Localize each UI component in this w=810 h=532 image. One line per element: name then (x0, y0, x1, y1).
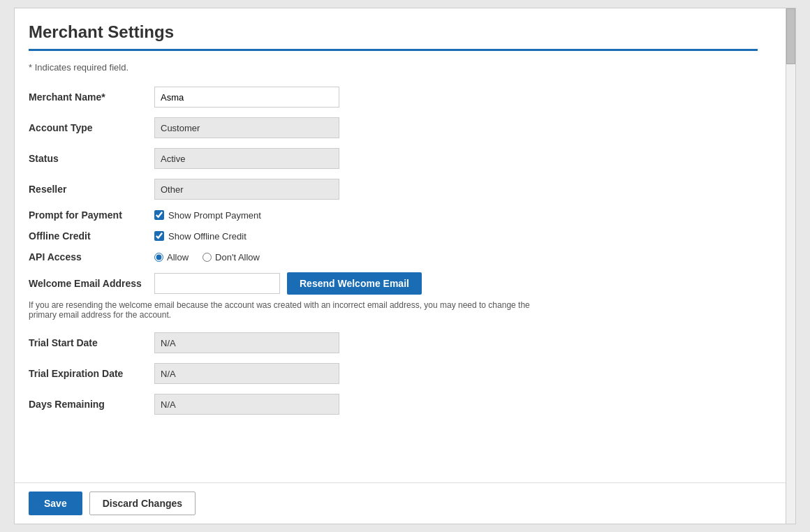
welcome-email-label: Welcome Email Address (29, 278, 154, 289)
status-row: Status Active (29, 148, 758, 169)
account-type-value: Customer (154, 117, 339, 138)
main-window: Merchant Settings * Indicates required f… (14, 8, 796, 524)
merchant-name-label: Merchant Name* (29, 91, 154, 103)
api-allow-option: Allow (154, 252, 189, 263)
reseller-row: Reseller Other (29, 179, 758, 200)
api-access-label: API Access (29, 251, 154, 263)
welcome-email-row: Welcome Email Address Resend Welcome Ema… (29, 272, 758, 295)
api-dont-allow-label: Don't Allow (215, 252, 260, 263)
scrollbar[interactable] (786, 8, 795, 524)
trial-start-label: Trial Start Date (29, 337, 154, 348)
blue-divider (29, 49, 758, 51)
merchant-name-input[interactable] (154, 87, 339, 108)
api-dont-allow-radio[interactable] (202, 253, 212, 262)
trial-expiry-value: N/A (154, 363, 339, 384)
prompt-payment-checkbox[interactable] (154, 210, 164, 220)
api-access-radio-group: Allow Don't Allow (154, 252, 260, 263)
scrollbar-thumb[interactable] (786, 8, 795, 64)
resend-welcome-email-button[interactable]: Resend Welcome Email (287, 272, 422, 295)
offline-credit-checkbox[interactable] (154, 231, 164, 241)
account-type-label: Account Type (29, 122, 154, 133)
required-note: * Indicates required field. (29, 62, 758, 73)
prompt-payment-checkbox-label: Show Prompt Payment (168, 210, 261, 221)
account-type-row: Account Type Customer (29, 117, 758, 138)
prompt-payment-checkbox-container: Show Prompt Payment (154, 210, 261, 221)
discard-changes-button[interactable]: Discard Changes (89, 492, 196, 515)
days-remaining-row: Days Remaining N/A (29, 394, 758, 415)
api-access-row: API Access Allow Don't Allow (29, 251, 758, 263)
footer-buttons: Save Discard Changes (15, 482, 786, 524)
api-allow-radio[interactable] (154, 253, 163, 262)
save-button[interactable]: Save (29, 492, 82, 515)
reseller-value: Other (154, 179, 339, 200)
offline-credit-row: Offline Credit Show Offline Credit (29, 230, 758, 242)
prompt-payment-row: Prompt for Payment Show Prompt Payment (29, 209, 758, 221)
trial-start-row: Trial Start Date N/A (29, 332, 758, 353)
status-value: Active (154, 148, 339, 169)
days-remaining-label: Days Remaining (29, 399, 154, 410)
trial-expiry-row: Trial Expiration Date N/A (29, 363, 758, 384)
reseller-label: Reseller (29, 184, 154, 195)
trial-start-value: N/A (154, 332, 339, 353)
status-label: Status (29, 153, 154, 164)
page-title: Merchant Settings (29, 22, 758, 42)
welcome-email-input[interactable] (154, 273, 280, 294)
prompt-payment-label: Prompt for Payment (29, 209, 154, 221)
api-dont-allow-option: Don't Allow (202, 252, 260, 263)
offline-credit-label: Offline Credit (29, 230, 154, 242)
trial-expiry-label: Trial Expiration Date (29, 368, 154, 379)
offline-credit-checkbox-container: Show Offline Credit (154, 231, 246, 242)
form-content: Merchant Settings * Indicates required f… (15, 8, 786, 482)
api-allow-label: Allow (167, 252, 189, 263)
merchant-name-row: Merchant Name* (29, 87, 758, 108)
days-remaining-value: N/A (154, 394, 339, 415)
offline-credit-checkbox-label: Show Offline Credit (168, 231, 246, 242)
resend-info-text: If you are resending the welcome email b… (29, 300, 552, 320)
